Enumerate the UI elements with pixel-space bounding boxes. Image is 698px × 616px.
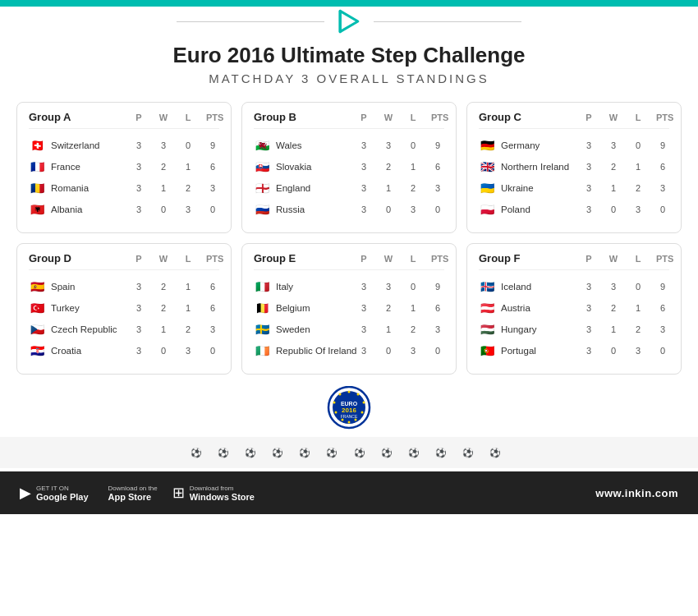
team-row: 🇬🇧Northern Ireland3216 [479, 159, 669, 175]
svg-text:2016: 2016 [342, 407, 356, 414]
stat-value: 1 [157, 183, 170, 193]
stat-value: 2 [157, 162, 170, 172]
team-stats: 3123 [582, 324, 669, 334]
team-row: 🇷🇺Russia3030 [254, 201, 444, 218]
app-store-button[interactable]: Download on the App Store [103, 485, 158, 502]
team-flag: 🇭🇷 [29, 342, 45, 359]
stat-value: 2 [382, 162, 395, 172]
team-stats: 3216 [132, 162, 219, 172]
stat-value: 1 [382, 183, 395, 193]
svg-point-7 [361, 411, 364, 414]
team-row: 🇧🇪Belgium3216 [254, 300, 444, 316]
team-flag: 🇵🇹 [479, 342, 495, 359]
team-name: Switzerland [51, 140, 132, 150]
stat-value: 3 [132, 183, 145, 193]
team-flag: 🇸🇪 [254, 321, 270, 338]
svg-point-9 [348, 421, 351, 424]
stat-value: 0 [157, 346, 170, 356]
team-row: 🇮🇸Iceland3309 [479, 278, 669, 295]
stat-value: 6 [206, 282, 219, 292]
stat-value: 3 [582, 282, 595, 292]
team-stats: 3309 [132, 140, 219, 150]
team-stats: 3216 [357, 303, 444, 313]
stat-value: 2 [181, 324, 195, 334]
stat-value: 2 [631, 183, 645, 193]
team-row: 🇭🇷Croatia3030 [29, 342, 219, 359]
stat-value: 0 [656, 346, 669, 356]
stat-value: 2 [157, 303, 170, 313]
stat-value: 6 [431, 162, 444, 172]
team-name: Austria [501, 303, 582, 313]
team-flag: 🇷🇴 [29, 180, 45, 196]
team-name: Poland [501, 205, 582, 214]
stat-value: 3 [582, 183, 595, 193]
team-name: Russia [276, 205, 357, 214]
col-label-W: W [382, 113, 395, 122]
col-label-P: P [357, 254, 370, 264]
windows-store-button[interactable]: ⊞ Download from Windows Store [172, 484, 255, 502]
stat-value: 6 [656, 303, 669, 313]
google-play-button[interactable]: ▶ GET IT ON Google Play [20, 484, 89, 502]
stat-value: 0 [206, 346, 219, 356]
stat-value: 3 [607, 282, 620, 292]
top-bar [0, 0, 698, 7]
team-flag: 🇫🇷 [29, 159, 45, 175]
team-stats: 3309 [357, 282, 444, 292]
team-name: Northern Ireland [501, 162, 582, 172]
stat-value: 2 [406, 324, 420, 334]
team-flag: 🇷🇺 [254, 201, 270, 218]
stat-value: 1 [607, 324, 620, 334]
svg-point-5 [357, 393, 360, 396]
stat-value: 0 [382, 346, 395, 356]
team-name: Italy [276, 282, 357, 292]
col-label-PTS: PTS [656, 113, 669, 122]
stat-value: 3 [357, 303, 370, 313]
col-label-W: W [607, 254, 620, 264]
group-title-A: Group A [29, 111, 71, 123]
svg-point-4 [348, 391, 351, 393]
euro-2016-logo: EURO 2016 FRANCE [324, 386, 374, 434]
team-flag: 🇧🇪 [254, 300, 270, 316]
stat-value: 3 [406, 205, 420, 214]
team-row: 🇦🇱Albania3030 [29, 201, 219, 218]
team-flag: 🇨🇭 [29, 137, 45, 154]
stat-value: 1 [406, 303, 420, 313]
stat-value: 0 [656, 205, 669, 214]
stat-value: 2 [406, 183, 420, 193]
stat-value: 3 [406, 346, 420, 356]
stat-value: 3 [382, 140, 395, 150]
stat-value: 3 [206, 324, 219, 334]
stat-value: 3 [357, 205, 370, 214]
team-name: Czech Republic [51, 324, 132, 334]
team-stats: 3123 [357, 324, 444, 334]
stat-value: 0 [406, 282, 420, 292]
stat-value: 2 [181, 183, 195, 193]
app-store-name: App Store [108, 492, 158, 502]
stat-value: 0 [607, 205, 620, 214]
stat-value: 0 [382, 205, 395, 214]
team-row: 🇮🇹Italy3309 [254, 278, 444, 295]
col-label-L: L [181, 254, 195, 264]
team-stats: 3123 [357, 183, 444, 193]
stat-value: 0 [206, 205, 219, 214]
stat-value: 6 [206, 303, 219, 313]
svg-text:EURO: EURO [341, 401, 358, 407]
group-header-A: Group APWLPTS [29, 111, 219, 129]
team-name: Turkey [51, 303, 132, 313]
stat-value: 3 [656, 183, 669, 193]
team-flag: 🏴󠁧󠁢󠁷󠁬󠁳󠁿 [254, 137, 270, 154]
team-flag: 🇪🇸 [29, 278, 45, 295]
group-card-D: Group DPWLPTS🇪🇸Spain3216🇹🇷Turkey3216🇨🇿Cz… [16, 243, 232, 375]
col-label-W: W [157, 113, 170, 122]
svg-point-6 [363, 402, 365, 404]
group-title-D: Group D [29, 252, 71, 264]
main-title: Euro 2016 Ultimate Step Challenge [0, 43, 698, 68]
stat-value: 3 [181, 205, 195, 214]
team-stats: 3216 [132, 282, 219, 292]
team-name: Wales [276, 140, 357, 150]
team-stats: 3030 [357, 205, 444, 214]
team-row: 🇪🇸Spain3216 [29, 278, 219, 295]
stat-value: 3 [631, 346, 645, 356]
team-stats: 3309 [357, 140, 444, 150]
col-label-P: P [132, 113, 145, 122]
